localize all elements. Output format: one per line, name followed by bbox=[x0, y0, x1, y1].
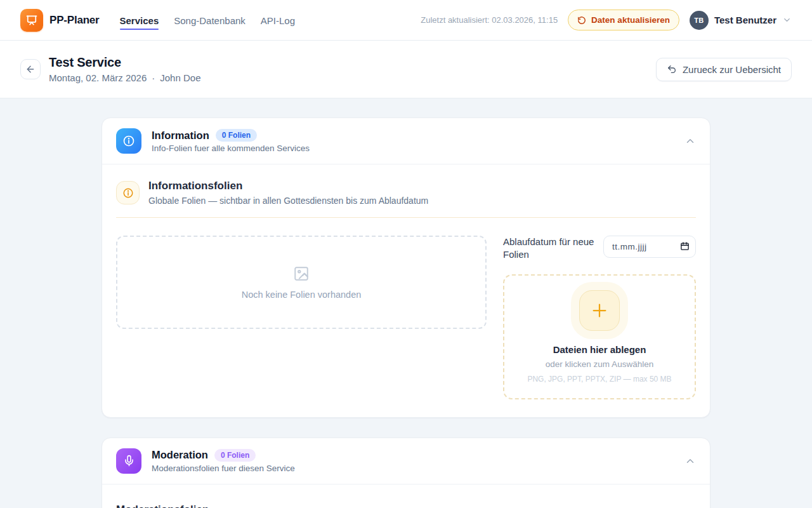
refresh-icon bbox=[577, 16, 586, 25]
chevron-up-icon[interactable] bbox=[684, 455, 696, 467]
info-section-title: Informationsfolien bbox=[148, 180, 428, 192]
information-card-body: Informationsfolien Globale Folien — sich… bbox=[102, 164, 710, 417]
expiry-date-field-wrap bbox=[603, 236, 696, 258]
avatar: TB bbox=[690, 11, 709, 30]
back-button[interactable] bbox=[20, 59, 41, 79]
refresh-data-button[interactable]: Daten aktualisieren bbox=[568, 10, 679, 30]
page-subtitle: Montag, 02. März 2026 · John Doe bbox=[49, 72, 200, 83]
expiry-date-label: Ablaufdatum für neue Folien bbox=[503, 236, 594, 262]
info-circle-icon bbox=[116, 181, 140, 204]
information-card: Information 0 Folien Info-Folien fuer al… bbox=[102, 117, 710, 418]
user-menu[interactable]: TB Test Benutzer bbox=[690, 11, 792, 30]
nav-item-api-log[interactable]: API-Log bbox=[261, 3, 295, 37]
page-header: Test Service Montag, 02. März 2026 · Joh… bbox=[0, 41, 812, 98]
plus-icon bbox=[579, 290, 620, 331]
moderation-card-header[interactable]: Moderation 0 Folien Moderationsfolien fu… bbox=[102, 438, 710, 485]
image-placeholder-icon bbox=[292, 265, 311, 282]
moderation-card-body: Moderationsfolien bbox=[102, 485, 710, 508]
service-date: Montag, 02. März 2026 bbox=[49, 72, 147, 83]
dropzone-hint: PNG, JPG, PPT, PPTX, ZIP — max 50 MB bbox=[527, 375, 671, 384]
info-card-titles: Information 0 Folien Info-Folien fuer al… bbox=[152, 129, 674, 153]
dropzone-title: Dateien hier ablegen bbox=[553, 344, 646, 355]
slides-empty-state: Noch keine Folien vorhanden bbox=[116, 236, 487, 329]
dot-separator: · bbox=[152, 72, 155, 83]
info-folien-badge: 0 Folien bbox=[216, 129, 257, 142]
info-card-subtitle: Info-Folien fuer alle kommenden Services bbox=[152, 144, 674, 153]
info-section-subtitle: Globale Folien — sichtbar in allen Gotte… bbox=[148, 196, 428, 206]
empty-state-text: Noch keine Folien vorhanden bbox=[242, 290, 362, 300]
nav-item-services[interactable]: Services bbox=[120, 3, 159, 37]
topbar: PP-Planer Services Song-Datenbank API-Lo… bbox=[0, 0, 812, 41]
expiry-row: Ablaufdatum für neue Folien bbox=[503, 236, 696, 262]
info-section-titles: Informationsfolien Globale Folien — sich… bbox=[148, 180, 428, 206]
moderation-card-title: Moderation bbox=[152, 449, 208, 461]
info-card-title: Information bbox=[152, 130, 209, 142]
moderation-folien-badge: 0 Folien bbox=[214, 449, 256, 462]
info-content-row: Noch keine Folien vorhanden Ablaufdatum … bbox=[116, 236, 696, 399]
info-card-icon bbox=[116, 128, 141, 154]
expiry-date-input[interactable] bbox=[603, 236, 696, 258]
moderation-card: Moderation 0 Folien Moderationsfolien fu… bbox=[102, 438, 710, 508]
main-nav: Services Song-Datenbank API-Log bbox=[120, 3, 296, 37]
microphone-icon bbox=[116, 448, 141, 474]
amber-divider bbox=[116, 217, 696, 218]
chevron-up-icon[interactable] bbox=[684, 135, 696, 147]
undo-icon bbox=[667, 64, 677, 74]
upload-column: Ablaufdatum für neue Folien bbox=[503, 236, 696, 399]
info-section-header: Informationsfolien Globale Folien — sich… bbox=[116, 180, 696, 206]
user-name: Test Benutzer bbox=[714, 15, 776, 25]
file-dropzone[interactable]: Dateien hier ablegen oder klicken zum Au… bbox=[503, 274, 696, 399]
app-logo-icon bbox=[20, 9, 43, 32]
chevron-down-icon bbox=[782, 15, 792, 25]
brand: PP-Planer bbox=[20, 9, 100, 32]
brand-name: PP-Planer bbox=[49, 14, 100, 27]
last-updated-text: Zuletzt aktualisiert: 02.03.2026, 11:15 bbox=[421, 15, 558, 25]
moderation-card-titles: Moderation 0 Folien Moderationsfolien fu… bbox=[152, 449, 674, 473]
page-title-block: Test Service Montag, 02. März 2026 · Joh… bbox=[49, 55, 200, 83]
topbar-right: Zuletzt aktualisiert: 02.03.2026, 11:15 … bbox=[421, 10, 792, 30]
page-title: Test Service bbox=[49, 55, 200, 70]
moderation-card-subtitle: Moderationsfolien fuer diesen Service bbox=[152, 464, 674, 473]
dropzone-subtitle: oder klicken zum Auswählen bbox=[546, 359, 653, 369]
information-card-header[interactable]: Information 0 Folien Info-Folien fuer al… bbox=[102, 118, 710, 164]
service-author: John Doe bbox=[160, 72, 200, 83]
main-content: Information 0 Folien Info-Folien fuer al… bbox=[0, 98, 812, 508]
nav-item-song-datenbank[interactable]: Song-Datenbank bbox=[174, 3, 246, 37]
back-to-overview-button[interactable]: Zurueck zur Uebersicht bbox=[656, 58, 792, 81]
moderation-section-title: Moderationsfolien bbox=[116, 500, 696, 508]
